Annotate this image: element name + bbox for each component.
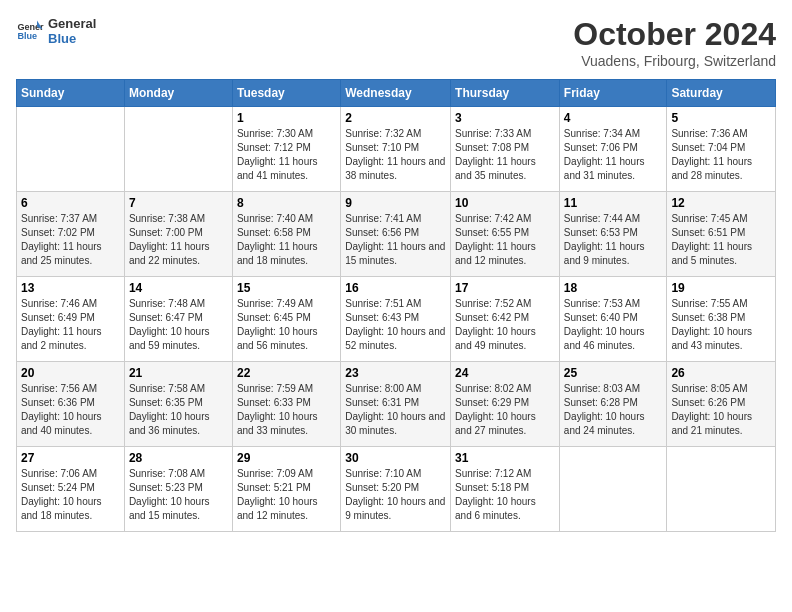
calendar-cell: 7Sunrise: 7:38 AM Sunset: 7:00 PM Daylig…: [124, 192, 232, 277]
calendar-week-4: 27Sunrise: 7:06 AM Sunset: 5:24 PM Dayli…: [17, 447, 776, 532]
day-number: 23: [345, 366, 446, 380]
day-number: 15: [237, 281, 336, 295]
header-day-sunday: Sunday: [17, 80, 125, 107]
day-number: 14: [129, 281, 228, 295]
day-info: Sunrise: 7:55 AM Sunset: 6:38 PM Dayligh…: [671, 297, 771, 353]
day-info: Sunrise: 7:53 AM Sunset: 6:40 PM Dayligh…: [564, 297, 663, 353]
day-number: 9: [345, 196, 446, 210]
day-info: Sunrise: 7:10 AM Sunset: 5:20 PM Dayligh…: [345, 467, 446, 523]
day-info: Sunrise: 7:49 AM Sunset: 6:45 PM Dayligh…: [237, 297, 336, 353]
day-info: Sunrise: 7:51 AM Sunset: 6:43 PM Dayligh…: [345, 297, 446, 353]
logo: General Blue General Blue: [16, 16, 96, 46]
calendar-week-3: 20Sunrise: 7:56 AM Sunset: 6:36 PM Dayli…: [17, 362, 776, 447]
day-info: Sunrise: 7:58 AM Sunset: 6:35 PM Dayligh…: [129, 382, 228, 438]
calendar-week-1: 6Sunrise: 7:37 AM Sunset: 7:02 PM Daylig…: [17, 192, 776, 277]
day-number: 25: [564, 366, 663, 380]
day-number: 30: [345, 451, 446, 465]
calendar-cell: 17Sunrise: 7:52 AM Sunset: 6:42 PM Dayli…: [451, 277, 560, 362]
day-number: 8: [237, 196, 336, 210]
calendar-cell: 14Sunrise: 7:48 AM Sunset: 6:47 PM Dayli…: [124, 277, 232, 362]
day-number: 20: [21, 366, 120, 380]
day-number: 7: [129, 196, 228, 210]
day-number: 27: [21, 451, 120, 465]
day-number: 18: [564, 281, 663, 295]
title-block: October 2024 Vuadens, Fribourg, Switzerl…: [573, 16, 776, 69]
day-info: Sunrise: 8:05 AM Sunset: 6:26 PM Dayligh…: [671, 382, 771, 438]
calendar-cell: 15Sunrise: 7:49 AM Sunset: 6:45 PM Dayli…: [232, 277, 340, 362]
calendar-cell: 31Sunrise: 7:12 AM Sunset: 5:18 PM Dayli…: [451, 447, 560, 532]
calendar-cell: 24Sunrise: 8:02 AM Sunset: 6:29 PM Dayli…: [451, 362, 560, 447]
day-info: Sunrise: 7:33 AM Sunset: 7:08 PM Dayligh…: [455, 127, 555, 183]
svg-text:Blue: Blue: [17, 31, 37, 41]
header-day-saturday: Saturday: [667, 80, 776, 107]
calendar-cell: 6Sunrise: 7:37 AM Sunset: 7:02 PM Daylig…: [17, 192, 125, 277]
day-number: 13: [21, 281, 120, 295]
month-title: October 2024: [573, 16, 776, 53]
header-day-friday: Friday: [559, 80, 667, 107]
day-info: Sunrise: 7:46 AM Sunset: 6:49 PM Dayligh…: [21, 297, 120, 353]
day-number: 17: [455, 281, 555, 295]
calendar-cell: 8Sunrise: 7:40 AM Sunset: 6:58 PM Daylig…: [232, 192, 340, 277]
day-info: Sunrise: 7:08 AM Sunset: 5:23 PM Dayligh…: [129, 467, 228, 523]
logo-general: General: [48, 16, 96, 31]
calendar-header: SundayMondayTuesdayWednesdayThursdayFrid…: [17, 80, 776, 107]
calendar-table: SundayMondayTuesdayWednesdayThursdayFrid…: [16, 79, 776, 532]
day-number: 16: [345, 281, 446, 295]
day-info: Sunrise: 7:37 AM Sunset: 7:02 PM Dayligh…: [21, 212, 120, 268]
day-info: Sunrise: 7:38 AM Sunset: 7:00 PM Dayligh…: [129, 212, 228, 268]
day-info: Sunrise: 7:32 AM Sunset: 7:10 PM Dayligh…: [345, 127, 446, 183]
calendar-cell: 27Sunrise: 7:06 AM Sunset: 5:24 PM Dayli…: [17, 447, 125, 532]
calendar-cell: 2Sunrise: 7:32 AM Sunset: 7:10 PM Daylig…: [341, 107, 451, 192]
day-number: 2: [345, 111, 446, 125]
day-number: 29: [237, 451, 336, 465]
location: Vuadens, Fribourg, Switzerland: [573, 53, 776, 69]
calendar-cell: 22Sunrise: 7:59 AM Sunset: 6:33 PM Dayli…: [232, 362, 340, 447]
day-number: 6: [21, 196, 120, 210]
calendar-cell: 10Sunrise: 7:42 AM Sunset: 6:55 PM Dayli…: [451, 192, 560, 277]
header-row: SundayMondayTuesdayWednesdayThursdayFrid…: [17, 80, 776, 107]
day-number: 19: [671, 281, 771, 295]
calendar-cell: [667, 447, 776, 532]
day-info: Sunrise: 8:02 AM Sunset: 6:29 PM Dayligh…: [455, 382, 555, 438]
header-day-tuesday: Tuesday: [232, 80, 340, 107]
day-info: Sunrise: 7:48 AM Sunset: 6:47 PM Dayligh…: [129, 297, 228, 353]
calendar-cell: 13Sunrise: 7:46 AM Sunset: 6:49 PM Dayli…: [17, 277, 125, 362]
calendar-week-0: 1Sunrise: 7:30 AM Sunset: 7:12 PM Daylig…: [17, 107, 776, 192]
calendar-cell: [17, 107, 125, 192]
day-number: 12: [671, 196, 771, 210]
header-day-monday: Monday: [124, 80, 232, 107]
day-number: 28: [129, 451, 228, 465]
day-info: Sunrise: 8:03 AM Sunset: 6:28 PM Dayligh…: [564, 382, 663, 438]
day-info: Sunrise: 7:09 AM Sunset: 5:21 PM Dayligh…: [237, 467, 336, 523]
day-info: Sunrise: 7:36 AM Sunset: 7:04 PM Dayligh…: [671, 127, 771, 183]
calendar-cell: 19Sunrise: 7:55 AM Sunset: 6:38 PM Dayli…: [667, 277, 776, 362]
calendar-cell: 28Sunrise: 7:08 AM Sunset: 5:23 PM Dayli…: [124, 447, 232, 532]
calendar-cell: 5Sunrise: 7:36 AM Sunset: 7:04 PM Daylig…: [667, 107, 776, 192]
day-number: 31: [455, 451, 555, 465]
day-info: Sunrise: 7:40 AM Sunset: 6:58 PM Dayligh…: [237, 212, 336, 268]
day-info: Sunrise: 7:56 AM Sunset: 6:36 PM Dayligh…: [21, 382, 120, 438]
day-info: Sunrise: 7:45 AM Sunset: 6:51 PM Dayligh…: [671, 212, 771, 268]
calendar-cell: 4Sunrise: 7:34 AM Sunset: 7:06 PM Daylig…: [559, 107, 667, 192]
day-number: 10: [455, 196, 555, 210]
day-number: 22: [237, 366, 336, 380]
day-number: 1: [237, 111, 336, 125]
calendar-cell: 9Sunrise: 7:41 AM Sunset: 6:56 PM Daylig…: [341, 192, 451, 277]
day-info: Sunrise: 7:30 AM Sunset: 7:12 PM Dayligh…: [237, 127, 336, 183]
calendar-cell: 26Sunrise: 8:05 AM Sunset: 6:26 PM Dayli…: [667, 362, 776, 447]
calendar-cell: 20Sunrise: 7:56 AM Sunset: 6:36 PM Dayli…: [17, 362, 125, 447]
calendar-cell: 21Sunrise: 7:58 AM Sunset: 6:35 PM Dayli…: [124, 362, 232, 447]
day-number: 4: [564, 111, 663, 125]
calendar-cell: 12Sunrise: 7:45 AM Sunset: 6:51 PM Dayli…: [667, 192, 776, 277]
day-info: Sunrise: 7:06 AM Sunset: 5:24 PM Dayligh…: [21, 467, 120, 523]
calendar-cell: 16Sunrise: 7:51 AM Sunset: 6:43 PM Dayli…: [341, 277, 451, 362]
calendar-week-2: 13Sunrise: 7:46 AM Sunset: 6:49 PM Dayli…: [17, 277, 776, 362]
day-number: 3: [455, 111, 555, 125]
calendar-cell: [559, 447, 667, 532]
day-info: Sunrise: 7:42 AM Sunset: 6:55 PM Dayligh…: [455, 212, 555, 268]
logo-blue: Blue: [48, 31, 96, 46]
header-day-thursday: Thursday: [451, 80, 560, 107]
day-info: Sunrise: 7:12 AM Sunset: 5:18 PM Dayligh…: [455, 467, 555, 523]
header-day-wednesday: Wednesday: [341, 80, 451, 107]
page-header: General Blue General Blue October 2024 V…: [16, 16, 776, 69]
